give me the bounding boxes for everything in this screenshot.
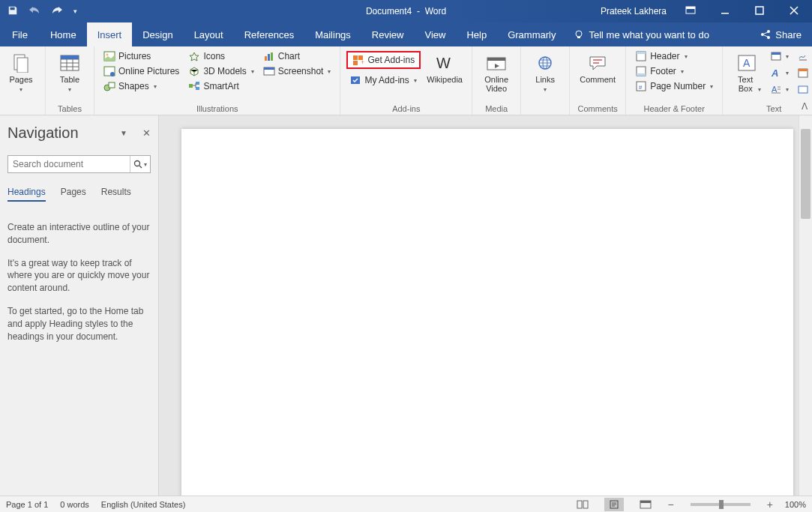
- group-label-illustrations: Illustrations: [100, 104, 334, 115]
- svg-rect-40: [637, 73, 646, 76]
- online-pictures-button[interactable]: Online Pictures: [100, 64, 182, 78]
- wordart-button[interactable]: A: [768, 66, 792, 79]
- page-number-icon: #: [635, 81, 647, 91]
- signature-line-button[interactable]: [795, 49, 812, 63]
- get-addins-button[interactable]: +Get Add-ins: [346, 51, 421, 69]
- maximize-icon[interactable]: [749, 6, 770, 16]
- search-button[interactable]: ▾: [130, 156, 150, 172]
- my-addins-button[interactable]: My Add-ins: [346, 73, 421, 87]
- tell-me-search[interactable]: Tell me what you want to do: [574, 22, 709, 46]
- share-button[interactable]: Share: [750, 22, 812, 46]
- wikipedia-button[interactable]: W Wikipedia: [424, 49, 466, 84]
- zoom-out-button[interactable]: −: [667, 499, 673, 511]
- footer-button[interactable]: Footer: [632, 64, 716, 78]
- tab-review[interactable]: Review: [361, 22, 415, 46]
- text-box-button[interactable]: A Text Box▾: [729, 49, 765, 94]
- svg-rect-24: [271, 52, 273, 61]
- tab-mailings[interactable]: Mailings: [304, 22, 361, 46]
- header-button[interactable]: Header: [632, 49, 716, 63]
- page-number-button[interactable]: #Page Number: [632, 79, 716, 93]
- 3d-models-button[interactable]: 3D Models: [185, 64, 256, 78]
- user-name[interactable]: Prateek Lakhera: [601, 6, 667, 16]
- svg-rect-18: [109, 82, 115, 88]
- view-print-layout-button[interactable]: [604, 498, 624, 511]
- document-page[interactable]: [181, 129, 793, 496]
- title-bar: ▾ Document4 - Word Prateek Lakhera: [0, 0, 812, 22]
- undo-icon[interactable]: [28, 5, 40, 18]
- tab-insert[interactable]: Insert: [87, 22, 133, 46]
- zoom-slider-knob[interactable]: [719, 500, 724, 509]
- status-words[interactable]: 0 words: [60, 500, 89, 509]
- work-area: Navigation ▼ ✕ ▾ Headings Pages Results …: [0, 115, 812, 496]
- chart-button[interactable]: Chart: [260, 49, 334, 63]
- object-button[interactable]: [795, 82, 812, 96]
- close-icon[interactable]: [784, 6, 805, 16]
- minimize-icon[interactable]: [715, 6, 736, 16]
- collapse-ribbon-icon[interactable]: ᐱ: [802, 101, 808, 112]
- redo-icon[interactable]: [51, 5, 63, 18]
- document-area: [159, 115, 812, 496]
- print-layout-icon: [609, 500, 619, 509]
- tab-references[interactable]: References: [234, 22, 304, 46]
- wikipedia-icon: W: [433, 52, 457, 73]
- svg-rect-58: [640, 501, 651, 503]
- date-time-button[interactable]: [795, 66, 811, 79]
- svg-rect-49: [799, 69, 808, 71]
- svg-point-7: [761, 33, 764, 36]
- tab-design[interactable]: Design: [132, 22, 183, 46]
- pictures-icon: [103, 51, 115, 61]
- links-button[interactable]: Links▾: [527, 49, 563, 94]
- svg-rect-23: [268, 54, 270, 61]
- search-input[interactable]: [8, 156, 130, 172]
- status-language[interactable]: English (United States): [101, 500, 186, 509]
- comment-button[interactable]: Comment: [576, 49, 619, 84]
- svg-text:A: A: [771, 67, 778, 78]
- svg-rect-1: [686, 7, 695, 9]
- svg-text:#: #: [639, 84, 643, 91]
- links-icon: [533, 52, 557, 73]
- qat-customize-icon[interactable]: ▾: [73, 7, 77, 15]
- zoom-level[interactable]: 100%: [785, 500, 806, 509]
- pages-button[interactable]: Pages▾: [3, 49, 39, 94]
- nav-tab-results[interactable]: Results: [101, 187, 131, 202]
- drop-cap-button[interactable]: A: [768, 82, 792, 96]
- group-label-links: [527, 104, 563, 115]
- tab-view[interactable]: View: [414, 22, 456, 46]
- tab-layout[interactable]: Layout: [184, 22, 234, 46]
- tab-home[interactable]: Home: [40, 22, 87, 46]
- status-page[interactable]: Page 1 of 1: [6, 500, 48, 509]
- read-mode-icon: [577, 500, 589, 509]
- icons-button[interactable]: Icons: [185, 49, 256, 63]
- smartart-button[interactable]: SmartArt: [185, 79, 256, 93]
- tab-file[interactable]: File: [0, 22, 40, 46]
- shapes-button[interactable]: Shapes: [100, 79, 182, 93]
- tab-help[interactable]: Help: [456, 22, 497, 46]
- navigation-close-icon[interactable]: ✕: [142, 127, 151, 139]
- nav-tab-headings[interactable]: Headings: [7, 187, 46, 202]
- group-label-text: Text: [729, 104, 812, 115]
- group-label-header-footer: Header & Footer: [632, 104, 716, 115]
- svg-rect-12: [61, 55, 79, 59]
- online-pictures-icon: [103, 66, 115, 76]
- tab-grammarly[interactable]: Grammarly: [497, 22, 566, 46]
- zoom-in-button[interactable]: +: [767, 499, 773, 511]
- pictures-button[interactable]: Pictures: [100, 49, 182, 63]
- view-web-layout-button[interactable]: [636, 498, 655, 511]
- view-read-mode-button[interactable]: [573, 498, 592, 511]
- quick-parts-button[interactable]: [768, 49, 792, 63]
- navigation-search[interactable]: ▾: [7, 155, 151, 173]
- save-icon[interactable]: [7, 5, 18, 18]
- zoom-slider[interactable]: [691, 503, 751, 506]
- document-title: Document4 - Word: [366, 6, 446, 16]
- svg-text:+: +: [361, 58, 364, 65]
- vertical-scrollbar[interactable]: [799, 115, 812, 496]
- ribbon-display-icon[interactable]: [680, 6, 701, 16]
- screenshot-button[interactable]: Screenshot: [260, 64, 334, 78]
- table-button[interactable]: Table▾: [52, 49, 88, 94]
- svg-rect-27: [353, 55, 358, 60]
- navigation-options-icon[interactable]: ▼: [120, 129, 127, 137]
- scrollbar-thumb[interactable]: [801, 129, 811, 219]
- online-video-button[interactable]: Online Video: [478, 49, 514, 93]
- signature-icon: [798, 51, 808, 61]
- nav-tab-pages[interactable]: Pages: [61, 187, 86, 202]
